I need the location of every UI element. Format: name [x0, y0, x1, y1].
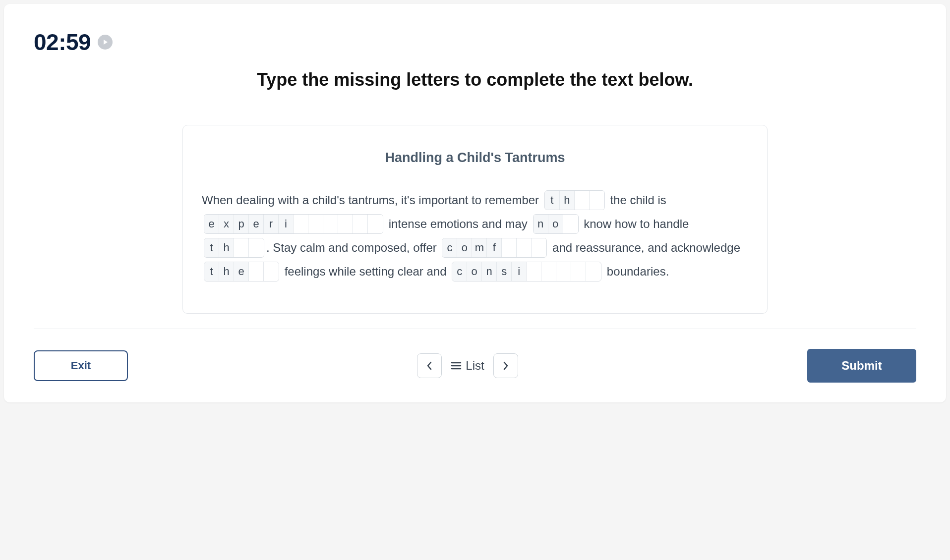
- passage-text: know how to handle: [581, 217, 689, 230]
- letter-cell-given: r: [264, 215, 279, 233]
- timer-row: 02:59: [34, 29, 916, 56]
- letter-cell-given: c: [452, 262, 467, 281]
- letter-cell-given: h: [219, 238, 234, 257]
- letter-blank[interactable]: th: [204, 238, 264, 258]
- play-icon: [102, 39, 108, 45]
- letter-cell-given: m: [472, 238, 487, 257]
- letter-cell-input[interactable]: [308, 215, 323, 233]
- letter-cell-given: h: [560, 191, 575, 210]
- letter-cell-given: s: [497, 262, 512, 281]
- exit-button[interactable]: Exit: [34, 350, 128, 381]
- passage-text: intense emotions and may: [385, 217, 531, 230]
- letter-cell-given: c: [442, 238, 457, 257]
- list-icon: [451, 361, 462, 370]
- passage-text: and reassurance, and acknowledge: [549, 241, 740, 254]
- letter-cell-given: i: [512, 262, 527, 281]
- exercise-card: 02:59 Type the missing letters to comple…: [4, 4, 946, 402]
- letter-cell-given: t: [204, 262, 219, 281]
- letter-cell-given: t: [545, 191, 560, 210]
- nav-group: List: [417, 353, 518, 378]
- timer-toggle-button[interactable]: [98, 35, 113, 50]
- letter-blank[interactable]: the: [204, 262, 279, 281]
- letter-cell-input[interactable]: [575, 191, 590, 210]
- letter-cell-given: o: [457, 238, 472, 257]
- letter-cell-input[interactable]: [353, 215, 368, 233]
- letter-cell-input[interactable]: [541, 262, 556, 281]
- letter-cell-input[interactable]: [586, 262, 601, 281]
- submit-button[interactable]: Submit: [807, 349, 916, 383]
- instruction-heading: Type the missing letters to complete the…: [34, 69, 916, 90]
- next-button[interactable]: [493, 353, 518, 378]
- letter-cell-given: e: [249, 215, 264, 233]
- letter-cell-input[interactable]: [249, 262, 264, 281]
- letter-blank[interactable]: experi: [204, 214, 383, 234]
- letter-cell-input[interactable]: [323, 215, 338, 233]
- letter-cell-given: p: [234, 215, 249, 233]
- letter-cell-given: t: [204, 238, 219, 257]
- letter-cell-input[interactable]: [368, 215, 383, 233]
- list-label: List: [466, 359, 484, 373]
- letter-blank[interactable]: no: [533, 214, 579, 234]
- passage-flow: When dealing with a child's tantrums, it…: [202, 188, 748, 283]
- letter-cell-given: n: [482, 262, 497, 281]
- passage-title: Handling a Child's Tantrums: [202, 150, 748, 166]
- letter-cell-given: o: [548, 215, 563, 233]
- letter-cell-given: f: [487, 238, 502, 257]
- letter-cell-given: h: [219, 262, 234, 281]
- letter-blank[interactable]: consi: [452, 262, 601, 281]
- timer-display: 02:59: [34, 29, 91, 56]
- letter-cell-input[interactable]: [590, 191, 604, 210]
- letter-cell-input[interactable]: [294, 215, 308, 233]
- letter-blank[interactable]: comf: [442, 238, 547, 258]
- letter-blank[interactable]: th: [544, 190, 605, 210]
- passage-text: boundaries.: [603, 265, 669, 278]
- letter-cell-given: o: [467, 262, 482, 281]
- letter-cell-input[interactable]: [571, 262, 586, 281]
- letter-cell-input[interactable]: [249, 238, 264, 257]
- letter-cell-input[interactable]: [234, 238, 249, 257]
- letter-cell-given: e: [204, 215, 219, 233]
- list-button[interactable]: List: [451, 359, 484, 373]
- letter-cell-input[interactable]: [556, 262, 571, 281]
- letter-cell-given: n: [534, 215, 548, 233]
- passage-text: . Stay calm and composed, offer: [266, 241, 440, 254]
- passage-text: When dealing with a child's tantrums, it…: [202, 193, 542, 207]
- passage-text: the child is: [607, 193, 666, 207]
- letter-cell-given: e: [234, 262, 249, 281]
- letter-cell-input[interactable]: [563, 215, 578, 233]
- footer-bar: Exit List Submit: [34, 349, 916, 383]
- passage-text: feelings while setting clear and: [281, 265, 450, 278]
- chevron-left-icon: [426, 361, 433, 371]
- letter-cell-given: i: [279, 215, 294, 233]
- letter-cell-input[interactable]: [264, 262, 279, 281]
- letter-cell-input[interactable]: [527, 262, 541, 281]
- chevron-right-icon: [502, 361, 509, 371]
- prev-button[interactable]: [417, 353, 442, 378]
- svg-marker-0: [104, 40, 108, 45]
- passage-box: Handling a Child's Tantrums When dealing…: [182, 125, 768, 314]
- letter-cell-input[interactable]: [517, 238, 532, 257]
- footer-divider: [34, 329, 916, 329]
- letter-cell-input[interactable]: [338, 215, 353, 233]
- letter-cell-input[interactable]: [502, 238, 517, 257]
- letter-cell-input[interactable]: [532, 238, 546, 257]
- letter-cell-given: x: [219, 215, 234, 233]
